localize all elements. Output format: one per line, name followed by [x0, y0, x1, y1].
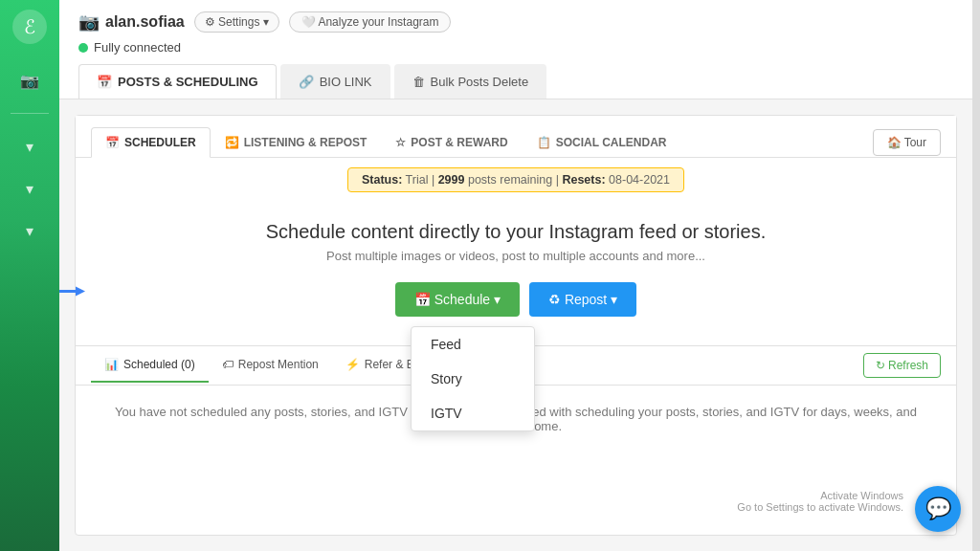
bottom-tab-repost[interactable]: 🏷 Repost Mention [209, 348, 332, 383]
header-top: 📷 alan.sofiaa ⚙ Settings ▾ 🤍 Analyze you… [78, 11, 953, 33]
scheduler-label: SCHEDULER [124, 136, 196, 149]
sidebar: ℰ 📷 ▾ ▾ ▾ [0, 0, 59, 551]
schedule-button[interactable]: 📅 Schedule ▾ [395, 282, 520, 317]
status-sep2: | [556, 173, 559, 187]
connection-status: Fully connected [78, 40, 953, 55]
bio-tab-label: BIO LINK [320, 75, 372, 89]
sub-tab-reward[interactable]: ☆ POST & REWARD [381, 127, 522, 158]
status-badge: Status: Trial | 2999 posts remaining | R… [347, 167, 684, 192]
bulk-tab-icon: 🗑 [412, 75, 425, 89]
sidebar-nav: 📷 ▾ ▾ ▾ [0, 63, 59, 248]
sidebar-item-instagram[interactable]: 📷 [9, 63, 51, 98]
repost-mention-icon: 🏷 [222, 358, 234, 371]
account-name: 📷 alan.sofiaa [78, 11, 185, 33]
tab-bulk-delete[interactable]: 🗑 Bulk Posts Delete [394, 64, 547, 99]
status-resets-label: Resets: [562, 173, 605, 187]
posts-tab-icon: 📅 [97, 75, 112, 89]
bottom-tab-scheduled[interactable]: 📊 Scheduled (0) [91, 348, 209, 383]
schedule-subtitle: Post multiple images or videos, post to … [95, 249, 937, 263]
scheduled-icon: 📊 [104, 358, 119, 371]
posts-tab-label: POSTS & SCHEDULING [118, 75, 258, 89]
status-posts-label: posts remaining [468, 173, 552, 187]
status-type: Trial [406, 173, 429, 187]
sub-tabs: 📅 SCHEDULER 🔁 LISTENING & REPOST ☆ POST … [76, 116, 956, 158]
dropdown-feed[interactable]: Feed [412, 327, 534, 362]
schedule-dropdown: Feed Story IGTV [411, 326, 535, 431]
scrollbar[interactable] [972, 0, 980, 551]
header: 📷 alan.sofiaa ⚙ Settings ▾ 🤍 Analyze you… [59, 0, 972, 99]
status-prefix: Status: [362, 173, 402, 187]
tab-bio-link[interactable]: 🔗 BIO LINK [280, 64, 390, 99]
main-tabs: 📅 POSTS & SCHEDULING 🔗 BIO LINK 🗑 Bulk P… [78, 64, 953, 99]
sub-tab-listening[interactable]: 🔁 LISTENING & REPOST [211, 127, 382, 158]
bulk-tab-label: Bulk Posts Delete [431, 75, 529, 89]
status-posts-count: 2999 [438, 173, 465, 187]
calendar-icon: 📋 [537, 136, 551, 149]
refresh-button[interactable]: ↻ Refresh [863, 353, 941, 378]
chat-button[interactable]: 💬 [915, 486, 961, 532]
reward-label: POST & REWARD [411, 136, 507, 149]
connected-dot [78, 43, 88, 53]
sidebar-logo[interactable]: ℰ [12, 10, 47, 44]
instagram-icon: 📷 [78, 11, 100, 33]
listening-icon: 🔁 [225, 136, 239, 149]
repost-mention-label: Repost Mention [238, 358, 319, 371]
connected-label: Fully connected [94, 40, 181, 55]
arrow-indicator [59, 282, 95, 318]
repost-button[interactable]: ♻ Repost ▾ [529, 282, 636, 317]
sub-tab-social-calendar[interactable]: 📋 SOCIAL CALENDAR [523, 127, 681, 158]
tour-button[interactable]: 🏠 Tour [873, 129, 941, 156]
listening-label: LISTENING & REPOST [244, 136, 368, 149]
sidebar-divider-1 [11, 113, 49, 114]
sidebar-item-2[interactable]: ▾ [9, 171, 51, 206]
dropdown-igtv[interactable]: IGTV [412, 396, 534, 430]
svg-marker-0 [76, 287, 85, 297]
account-name-text: alan.sofiaa [105, 13, 185, 31]
settings-button[interactable]: ⚙ Settings ▾ [194, 11, 279, 33]
sidebar-item-3[interactable]: ▾ [9, 213, 51, 248]
action-buttons: 📅 Schedule ▾ ♻ Repost ▾ Feed Story IGTV [95, 282, 937, 317]
status-bar: Status: Trial | 2999 posts remaining | R… [76, 158, 956, 202]
refer-icon: ⚡ [345, 358, 360, 371]
schedule-section: Schedule content directly to your Instag… [76, 202, 956, 345]
main-content: 📷 alan.sofiaa ⚙ Settings ▾ 🤍 Analyze you… [59, 0, 972, 551]
reward-icon: ☆ [395, 136, 406, 149]
tab-posts-scheduling[interactable]: 📅 POSTS & SCHEDULING [78, 64, 277, 99]
dropdown-story[interactable]: Story [412, 362, 534, 396]
analyze-button[interactable]: 🤍 Analyze your Instagram [289, 11, 452, 33]
scheduler-icon: 📅 [105, 136, 120, 149]
sidebar-item-1[interactable]: ▾ [9, 129, 51, 164]
scheduled-label: Scheduled (0) [123, 358, 195, 371]
calendar-label: SOCIAL CALENDAR [556, 136, 667, 149]
status-resets-date: 08-04-2021 [609, 173, 670, 187]
sub-tab-scheduler[interactable]: 📅 SCHEDULER [91, 127, 211, 158]
schedule-title: Schedule content directly to your Instag… [95, 221, 937, 243]
content-area: 📅 SCHEDULER 🔁 LISTENING & REPOST ☆ POST … [75, 115, 957, 536]
bio-tab-icon: 🔗 [299, 75, 314, 89]
status-sep1: | [432, 173, 434, 187]
